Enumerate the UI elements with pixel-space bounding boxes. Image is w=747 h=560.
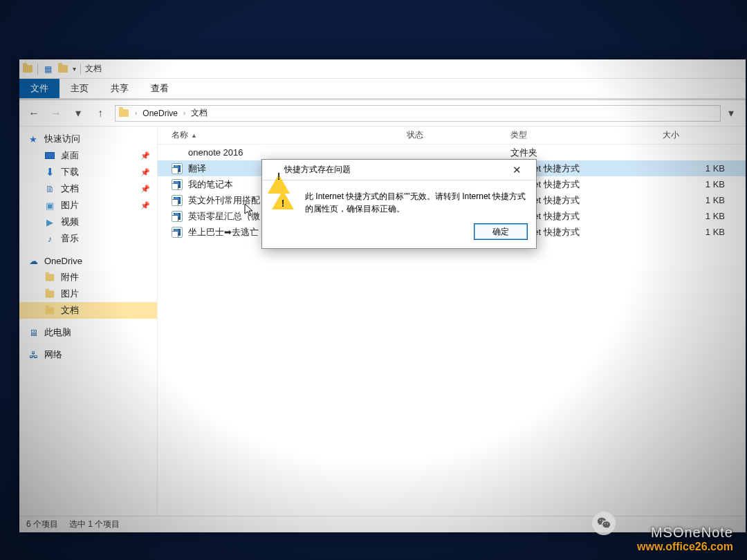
tab-view[interactable]: 查看	[140, 79, 180, 98]
address-bar[interactable]: › OneDrive › 文档	[115, 105, 721, 122]
sidebar-videos[interactable]: ▶ 视频	[19, 214, 157, 230]
dialog-close-button[interactable]: ✕	[503, 160, 531, 180]
sidebar-label: 附件	[61, 271, 79, 283]
sidebar-documents2[interactable]: 文档	[19, 302, 157, 319]
folder-icon	[22, 64, 33, 75]
error-dialog: ! 快捷方式存在问题 ✕ ! 此 Internet 快捷方式的目标""无效。请转…	[261, 159, 537, 249]
titlebar: ▦ ▾ 文档	[19, 59, 746, 79]
nav-row: ← → ▾ ↑ › OneDrive › 文档 ▾	[19, 100, 746, 127]
status-count: 6 个项目	[26, 519, 58, 530]
sidebar-this-pc[interactable]: 🖥 此电脑	[19, 324, 157, 341]
file-type: 文件夹	[510, 147, 663, 159]
file-size: 1 KB	[663, 195, 746, 205]
shortcut-icon	[172, 179, 183, 190]
folder-icon	[44, 288, 55, 299]
watermark-line2: www.office26.com	[637, 541, 733, 553]
breadcrumb-current[interactable]: 文档	[191, 107, 208, 119]
history-chevron-icon[interactable]: ▾	[71, 106, 86, 121]
explorer-window: ▦ ▾ 文档 文件 主页 共享 查看 ← → ▾ ↑ › OneDrive › …	[19, 59, 746, 532]
dialog-message: 此 Internet 快捷方式的目标""无效。请转到 Internet 快捷方式…	[305, 190, 526, 215]
folder-icon	[118, 108, 129, 119]
dialog-titlebar[interactable]: ! 快捷方式存在问题 ✕	[262, 160, 536, 180]
chevron-right-icon: ›	[182, 109, 187, 117]
file-name: 英文外刊常用搭配	[188, 194, 260, 207]
pin-icon: 📌	[140, 168, 150, 177]
ribbon-tabs: 文件 主页 共享 查看	[19, 79, 746, 98]
sidebar-desktop[interactable]: 桌面 📌	[19, 147, 157, 164]
video-icon: ▶	[44, 216, 55, 227]
sidebar-label: OneDrive	[44, 256, 82, 266]
col-type[interactable]: 类型	[510, 129, 663, 141]
sidebar-pictures2[interactable]: 图片	[19, 286, 157, 302]
shortcut-icon	[172, 195, 183, 206]
sidebar-label: 下载	[61, 166, 79, 178]
qat-chevron-icon[interactable]: ▾	[73, 65, 76, 73]
folder-icon	[44, 305, 55, 316]
sidebar-label: 桌面	[61, 149, 79, 162]
up-button[interactable]: ↑	[93, 106, 108, 121]
breadcrumb-root[interactable]: OneDrive	[142, 109, 178, 118]
pc-icon: 🖥	[28, 327, 39, 338]
properties-icon[interactable]: ▦	[42, 64, 53, 75]
sidebar-label: 文档	[61, 183, 79, 195]
sidebar-attachments[interactable]: 附件	[19, 269, 157, 286]
shortcut-icon	[172, 211, 183, 222]
sidebar-music[interactable]: ♪ 音乐	[19, 230, 157, 247]
document-icon: 🗎	[44, 183, 55, 194]
tab-file[interactable]: 文件	[19, 79, 59, 98]
sidebar-label: 快速访问	[44, 133, 80, 145]
pin-icon: 📌	[140, 201, 150, 210]
dialog-body: ! 此 Internet 快捷方式的目标""无效。请转到 Internet 快捷…	[262, 180, 536, 219]
tab-share[interactable]: 共享	[100, 79, 140, 98]
file-name: onenote 2016	[188, 147, 243, 158]
col-status[interactable]: 状态	[407, 129, 510, 141]
desktop-icon	[44, 150, 55, 161]
file-size: 1 KB	[663, 211, 746, 221]
sidebar-documents[interactable]: 🗎 文档 📌	[19, 180, 157, 197]
file-size: 1 KB	[663, 227, 746, 237]
picture-icon: ▣	[44, 200, 55, 211]
cloud-icon: ☁	[28, 255, 39, 266]
col-name[interactable]: 名称▲	[172, 129, 407, 141]
sidebar-label: 网络	[44, 348, 62, 361]
sidebar-downloads[interactable]: ⬇ 下载 📌	[19, 164, 157, 180]
dialog-title: 快捷方式存在问题	[284, 164, 351, 176]
warning-icon: !	[272, 190, 297, 212]
file-name: 翻译	[188, 162, 206, 175]
wechat-icon	[592, 512, 616, 535]
pin-icon: 📌	[140, 185, 150, 194]
pin-icon: 📌	[140, 151, 150, 160]
back-button[interactable]: ←	[26, 106, 42, 121]
column-headers[interactable]: 名称▲ 状态 类型 大小	[158, 127, 746, 144]
addr-chevron-icon[interactable]: ▾	[723, 106, 739, 121]
file-row[interactable]: onenote 2016文件夹	[158, 144, 746, 160]
sort-asc-icon: ▲	[191, 132, 197, 139]
file-size: 1 KB	[663, 179, 746, 189]
tab-home[interactable]: 主页	[59, 79, 100, 98]
separator	[80, 64, 81, 75]
sidebar-label: 文档	[61, 304, 79, 317]
sidebar-label: 音乐	[61, 232, 79, 245]
shortcut-icon	[172, 227, 183, 238]
star-icon: ★	[28, 133, 39, 144]
network-icon: 🖧	[28, 349, 39, 360]
col-size[interactable]: 大小	[663, 129, 746, 141]
watermark-line1: MSOneNote	[637, 525, 733, 541]
file-name: 坐上巴士➡去逃亡	[188, 226, 259, 239]
separator	[37, 64, 38, 75]
file-name: 我的笔记本	[188, 178, 233, 191]
sidebar-label: 图片	[61, 288, 79, 300]
sidebar-pictures[interactable]: ▣ 图片 📌	[19, 197, 157, 214]
ok-button[interactable]: 确定	[474, 223, 528, 240]
status-selection: 选中 1 个项目	[69, 519, 120, 530]
warning-icon: !	[268, 165, 279, 176]
folder-icon	[172, 147, 183, 158]
shortcut-icon	[172, 163, 183, 174]
music-icon: ♪	[44, 233, 55, 244]
forward-button[interactable]: →	[48, 106, 64, 121]
sidebar-onedrive[interactable]: ☁ OneDrive	[19, 252, 157, 269]
new-folder-icon[interactable]	[57, 64, 68, 75]
dialog-buttons: 确定	[262, 219, 536, 248]
sidebar-quick-access[interactable]: ★ 快速访问	[19, 131, 157, 147]
sidebar-network[interactable]: 🖧 网络	[19, 346, 157, 363]
